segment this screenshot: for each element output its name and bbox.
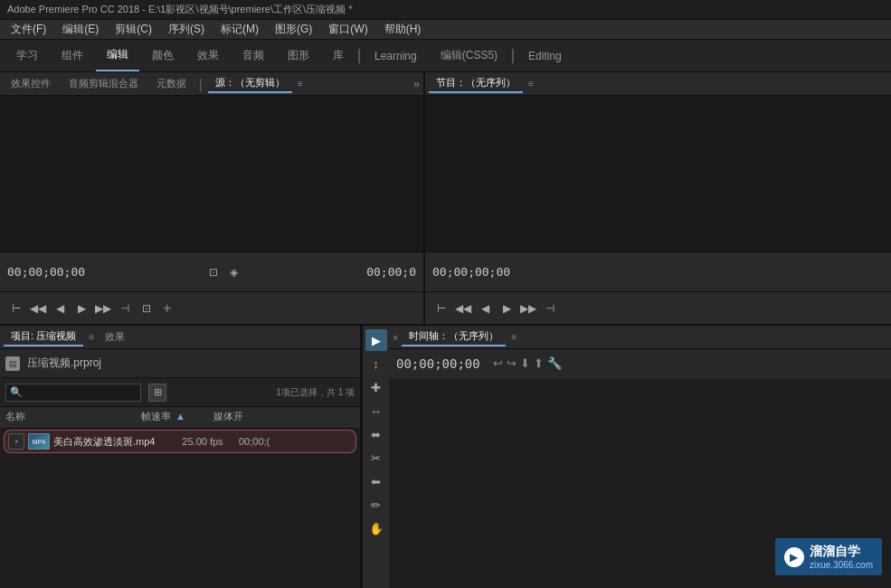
vtool-slip[interactable]: ⬅ xyxy=(365,470,387,492)
col-header-fps: 帧速率 ▲ xyxy=(141,410,213,423)
menu-help[interactable]: 帮助(H) xyxy=(377,20,429,39)
timeline-tool-undo[interactable]: ↩ xyxy=(493,356,503,370)
source-timecode: 00;00;00;00 xyxy=(7,265,85,279)
file-checkbox[interactable]: ▪ xyxy=(8,433,24,450)
tab-effect-controls[interactable]: 效果控件 xyxy=(4,75,58,92)
left-transport-bar: 00;00;00;00 ⊡ ◈ 00;00;0 xyxy=(0,251,423,291)
tab-audio-mixer[interactable]: 音频剪辑混合器 xyxy=(62,75,146,92)
ws-tab-editing-css[interactable]: 编辑(CSS5) xyxy=(430,40,508,71)
left-btn-screenshot[interactable]: ⊡ xyxy=(204,263,223,281)
left-panel-expand-icon[interactable]: » xyxy=(413,78,420,90)
right-btn-step-back[interactable]: ◀◀ xyxy=(454,299,472,318)
source-timecode-right: 00;00;0 xyxy=(362,265,416,279)
left-transport-controls: ⊡ ◈ xyxy=(204,263,242,281)
ws-tab-library[interactable]: 库 xyxy=(322,40,355,71)
search-icon: 🔍 xyxy=(10,386,23,398)
timeline-tool-up[interactable]: ⬆ xyxy=(534,356,544,370)
timeline-tab-bar: × 时间轴：（无序列） ≡ xyxy=(389,326,891,349)
ws-tab-assembly[interactable]: 组件 xyxy=(51,40,94,71)
left-panel-menu-icon[interactable]: ≡ xyxy=(298,79,303,89)
left-btn-back[interactable]: ◀ xyxy=(51,299,69,318)
ws-tab-learning[interactable]: Learning xyxy=(364,40,428,71)
menu-edit[interactable]: 编辑(E) xyxy=(55,20,106,39)
left-btn-forward[interactable]: ▶▶ xyxy=(94,299,112,318)
menu-clip[interactable]: 剪辑(C) xyxy=(108,20,159,39)
right-btn-play[interactable]: ▶ xyxy=(498,299,516,318)
vtool-select[interactable]: ▶ xyxy=(365,329,387,351)
icon-new-item[interactable]: ⊞ xyxy=(148,384,166,402)
menu-marker[interactable]: 标记(M) xyxy=(213,20,266,39)
right-btn-lift[interactable]: ⊢ xyxy=(432,299,450,318)
source-video-preview xyxy=(0,96,423,251)
left-btn-mark-out[interactable]: ⊣ xyxy=(116,299,134,318)
project-menu-icon[interactable]: ≡ xyxy=(89,332,94,342)
right-btn-forward[interactable]: ▶▶ xyxy=(519,299,537,318)
left-btn-add-marker[interactable]: ◈ xyxy=(224,263,242,281)
col-header-name: 名称 xyxy=(5,410,141,423)
tab-source[interactable]: 源：（无剪辑） xyxy=(208,74,292,93)
project-folder-icon[interactable]: ▤ xyxy=(5,356,20,371)
tab-timeline[interactable]: 时间轴：（无序列） xyxy=(402,327,506,346)
menu-window[interactable]: 窗口(W) xyxy=(321,20,374,39)
file-name: 美白高效渗透淡斑.mp4 xyxy=(53,435,166,449)
menu-file[interactable]: 文件(F) xyxy=(4,20,53,39)
ws-tab-editing-en[interactable]: Editing xyxy=(517,40,573,71)
file-media-start: 00;00;( xyxy=(239,436,352,447)
timeline-tool-redo[interactable]: ↪ xyxy=(507,356,517,370)
ws-tab-learn[interactable]: 学习 xyxy=(5,40,49,71)
left-panel-tabs: 效果控件 音频剪辑混合器 元数据 | 源：（无剪辑） ≡ » xyxy=(0,72,423,96)
vtool-pen[interactable]: ✏ xyxy=(365,494,387,516)
right-btn-back[interactable]: ◀ xyxy=(476,299,494,318)
ws-tab-audio[interactable]: 音频 xyxy=(232,40,275,71)
panel-separator: | xyxy=(199,77,203,91)
watermark-play-icon: ▶ xyxy=(790,551,798,564)
timeline-menu-icon[interactable]: ≡ xyxy=(511,332,517,342)
left-playback-bar: ⊢ ◀◀ ◀ ▶ ▶▶ ⊣ ⊡ + xyxy=(0,291,423,324)
file-thumbnail-icon: MP4 xyxy=(28,433,50,450)
right-transport-bar: 00;00;00;00 xyxy=(425,251,891,291)
tab-effects[interactable]: 效果 xyxy=(98,328,132,346)
watermark: ▶ 溜溜自学 zixue.3066.com xyxy=(775,538,882,575)
menu-bar: 文件(F) 编辑(E) 剪辑(C) 序列(S) 标记(M) 图形(G) 窗口(W… xyxy=(0,20,891,40)
project-toolbar: ▤ 压缩视频.prproj xyxy=(0,349,360,378)
vtool-track-select[interactable]: ↕ xyxy=(365,353,387,375)
tab-program[interactable]: 节目：（无序列） xyxy=(429,74,523,93)
top-panels: 效果控件 音频剪辑混合器 元数据 | 源：（无剪辑） ≡ » 00;00;00;… xyxy=(0,72,891,326)
vtool-hand[interactable]: ✋ xyxy=(365,517,387,539)
menu-sequence[interactable]: 序列(S) xyxy=(161,20,212,39)
project-column-headers: 名称 帧速率 ▲ 媒体开 xyxy=(0,407,360,427)
left-btn-step-back[interactable]: ◀◀ xyxy=(29,299,47,318)
left-btn-play[interactable]: ▶ xyxy=(72,299,90,318)
watermark-text-group: 溜溜自学 zixue.3066.com xyxy=(810,544,873,570)
title-bar: Adobe Premiere Pro CC 2018 - E:\1影视区\视频号… xyxy=(0,0,891,20)
left-btn-insert[interactable]: ⊡ xyxy=(137,299,156,318)
ws-tab-effects[interactable]: 效果 xyxy=(186,40,230,71)
ws-tab-color[interactable]: 颜色 xyxy=(141,40,185,71)
project-content-area: ▪ MP4 美白高效渗透淡斑.mp4 25.00 fps 00;00;( xyxy=(0,427,360,588)
vtool-razor[interactable]: ✂ xyxy=(365,447,387,469)
vtool-ripple[interactable]: ✚ xyxy=(365,376,387,398)
tab-metadata[interactable]: 元数据 xyxy=(149,75,194,92)
project-filename: 压缩视频.prproj xyxy=(27,356,101,371)
project-file-row[interactable]: ▪ MP4 美白高效渗透淡斑.mp4 25.00 fps 00;00;( xyxy=(4,430,356,453)
timeline-header: 00;00;00;00 ↩ ↪ ⬇ ⬆ 🔧 xyxy=(389,349,891,378)
ws-tab-graphics[interactable]: 图形 xyxy=(277,40,320,71)
sort-arrow[interactable]: ▲ xyxy=(175,411,185,422)
timeline-tool-settings[interactable]: 🔧 xyxy=(547,356,562,370)
timeline-close-icon[interactable]: × xyxy=(393,332,398,343)
timeline-tool-down[interactable]: ⬇ xyxy=(520,356,530,370)
vtool-rate-stretch[interactable]: ⬌ xyxy=(365,423,387,445)
vtool-rolling[interactable]: ↔ xyxy=(365,400,387,422)
main-area: 效果控件 音频剪辑混合器 元数据 | 源：（无剪辑） ≡ » 00;00;00;… xyxy=(0,72,891,588)
tab-project[interactable]: 项目: 压缩视频 xyxy=(4,327,83,346)
left-panel-add-btn[interactable]: + xyxy=(163,300,171,317)
watermark-icon: ▶ xyxy=(784,547,804,567)
menu-graphics[interactable]: 图形(G) xyxy=(268,20,319,39)
search-input[interactable] xyxy=(24,384,137,402)
ws-tab-editing[interactable]: 编辑 xyxy=(96,40,139,71)
left-panel: 效果控件 音频剪辑混合器 元数据 | 源：（无剪辑） ≡ » 00;00;00;… xyxy=(0,72,425,324)
left-btn-mark-in[interactable]: ⊢ xyxy=(7,299,25,318)
title-text: Adobe Premiere Pro CC 2018 - E:\1影视区\视频号… xyxy=(7,3,352,16)
right-panel-menu-icon[interactable]: ≡ xyxy=(528,79,534,89)
right-btn-mark-out[interactable]: ⊣ xyxy=(541,299,559,318)
